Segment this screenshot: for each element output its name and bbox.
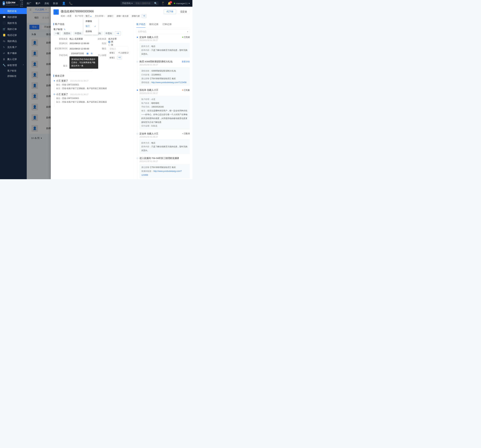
value-friend-source: 名片分享 <box>106 38 131 40</box>
sidebar-sub-0[interactable]: 客户标签 <box>0 68 27 74</box>
personal-tag-more[interactable]: +4 <box>117 56 122 59</box>
section-history: 修改记录 <box>53 74 131 77</box>
group-chip: 群聊一群大群 <box>116 14 130 18</box>
label-note: 备注 <box>53 64 68 67</box>
feed-item: 进入直播间 759-59班第三期理财直播课2021/01/30 01:38:27… <box>136 157 190 179</box>
group-chip: 群聊三 <box>106 14 115 18</box>
manager-select[interactable]: 客户经理：张三 ▴ 师馨薇张三✓俱保咏 <box>75 15 91 17</box>
search-input[interactable] <box>134 2 153 5</box>
drawer-title: 微信名称6789990000966 <box>61 9 162 13</box>
copy-icon[interactable]: ⧉ <box>91 52 92 55</box>
sidebar-sub-1[interactable]: 群聊标签 <box>0 74 27 79</box>
customer-tag: 一般 <box>53 31 61 35</box>
radio-female[interactable]: 女 <box>108 43 128 46</box>
top-nav: ☁ 云朵CRM www.yunduocrm.com 教育机构一站式服务云平台 推… <box>0 0 192 7</box>
phone-icon[interactable]: 📞 <box>69 2 73 5</box>
feed-item: 定金单 创建人小王已取消2020/01/30 01:38:27跟单方式：电话跟单… <box>136 132 190 157</box>
customer-tag: 高意向 <box>62 31 72 35</box>
sidebar-item-3[interactable]: 🛒我的订单 <box>0 26 27 32</box>
nav-item-0[interactable]: 推广 <box>27 2 31 5</box>
main: ☰ 个人活码✕我 项目请选择▾ 运营期次请选择▾ 导出 不加密导出 头像微信名 … <box>27 7 192 179</box>
customer-tag: 中意向 <box>73 31 83 35</box>
label-friend-source: 好友来源 <box>92 38 106 40</box>
edit-tags-icon[interactable]: ✎ <box>64 28 66 31</box>
activity-tab-0[interactable]: 客户动态 <box>136 21 145 28</box>
sidebar-item-1[interactable]: 💬我的群聊 <box>0 14 27 20</box>
sidebar-item-7[interactable]: ⇄客户继承 <box>0 50 27 56</box>
label-source: 获客来源 <box>53 38 68 40</box>
phone-card-icon[interactable]: ▦ <box>87 52 89 55</box>
sidebar: ⏱我的好友💬我的群聊⛶我的学员🛒我的订单📒电话记录🛍我的商品↻流失客户⇄客户继承… <box>0 7 27 179</box>
sidebar-item-2[interactable]: ⛶我的学员 <box>0 20 27 26</box>
customer-tags-label: 客户标签 <box>53 28 62 31</box>
nav-item-3[interactable]: 数据 <box>53 2 58 5</box>
user-menu[interactable]: manager11▾ <box>174 2 190 5</box>
search-icon[interactable]: 🔍 <box>153 2 158 5</box>
proxy-order-button[interactable]: 代下单 <box>164 9 176 14</box>
tag-more[interactable]: +4 <box>115 31 121 35</box>
label-wechat: 微信 <box>92 47 106 50</box>
wechat-input[interactable] <box>108 46 128 51</box>
manager-dropdown: 师馨薇张三✓俱保咏 <box>83 18 98 34</box>
feed-item: 购买 4399理财课进阶课程大礼包查看详情2021/01/30 01:38:27… <box>136 60 190 89</box>
sidebar-item-9[interactable]: 🔧标签管理⌃ <box>0 62 27 68</box>
bell-icon[interactable]: 🔔5 <box>167 2 171 5</box>
label-last-chat: 最近聊天时间 <box>53 47 68 50</box>
logo-text: 云朵CRM <box>6 1 18 4</box>
personal-tag: 标签1 <box>108 56 116 59</box>
customer-tag: 中意向 <box>104 31 113 35</box>
nav-items: 推广客户质检数据 <box>27 2 58 5</box>
group-more[interactable]: +4 <box>142 14 146 18</box>
label-gender: 性别 <box>92 42 106 45</box>
value-source: 线上-北京昱新 <box>68 38 92 40</box>
notification-badge: 5 <box>170 1 172 3</box>
label-add-time: 添加时间 <box>53 42 68 45</box>
deposit-button[interactable]: 交定金 <box>177 9 190 14</box>
label-phone: 手机号码 <box>53 54 68 57</box>
activity-tab-1[interactable]: 聊天记录 <box>149 21 158 28</box>
dropdown-option[interactable]: 师馨薇 <box>83 19 98 23</box>
dropdown-option[interactable]: 俱保咏 <box>83 29 98 34</box>
sidebar-item-5[interactable]: 🛍我的商品 <box>0 38 27 44</box>
drawer-avatar-icon: 👤 <box>53 9 59 15</box>
logo-icon: ☁ <box>3 1 5 5</box>
sidebar-item-8[interactable]: 🗑删人记录 <box>0 56 27 62</box>
phone-merge-tooltip: 查询到此手机号码在系统中已存在，可以将两条客户数据合并为一条 <box>69 56 98 69</box>
feed-item: 报名单 创建人小王已失败2020/01/30 01:38:27客户经理：小王客户… <box>136 88 190 132</box>
sidebar-item-6[interactable]: ↻流失客户 <box>0 44 27 50</box>
customer-drawer: 👤 微信名称6789990000966 昵称：小王 客户经理：张三 ▴ 师馨薇张… <box>51 7 192 179</box>
sidebar-item-0[interactable]: ⏱我的好友 <box>0 8 27 14</box>
mobile-icon[interactable]: 📱 <box>161 2 165 5</box>
view-detail-link[interactable]: 查看详情 <box>182 60 190 63</box>
value-add-time: 2021/09/10 12:00:00 <box>68 42 92 45</box>
history-item: 小王 更新了2021/01/30 01:38:27微信：空值-136721828… <box>53 79 131 93</box>
radio-male[interactable]: 男 <box>108 40 128 43</box>
value-last-chat: 2021/09/10 12:00:00 <box>68 47 92 50</box>
activity-tab-2[interactable]: 订单记录 <box>163 21 172 28</box>
feed-item: 定金单 创建人小王已完成2020/01/30 01:38:27跟单方式：电话跟单… <box>136 36 190 60</box>
search-combo: 手机号码▾ 🔍 <box>120 1 158 5</box>
history-item: 小王 更新了2021/01/30 01:38:27微信：空值-136721828… <box>53 93 131 107</box>
dropdown-option[interactable]: 张三✓ <box>83 24 98 29</box>
nav-item-1[interactable]: 客户 <box>36 2 40 5</box>
nav-item-2[interactable]: 质检 <box>45 2 49 5</box>
personal-tag: 标签1 <box>108 51 116 54</box>
group-chip: 群聊六群 <box>131 14 141 18</box>
personal-tag: 个人标签12 <box>117 51 130 54</box>
sidebar-item-4[interactable]: 📒电话记录 <box>0 32 27 38</box>
feed-link[interactable]: http://www.yunduoketang.com/?123456 <box>151 81 186 83</box>
logo-url: www.yunduocrm.com <box>6 4 18 6</box>
user-icon[interactable]: 👤 <box>62 2 66 5</box>
activity-filter-select[interactable]: 全部动态▾ <box>136 29 190 34</box>
search-type-select[interactable]: 手机号码▾ <box>120 2 134 5</box>
